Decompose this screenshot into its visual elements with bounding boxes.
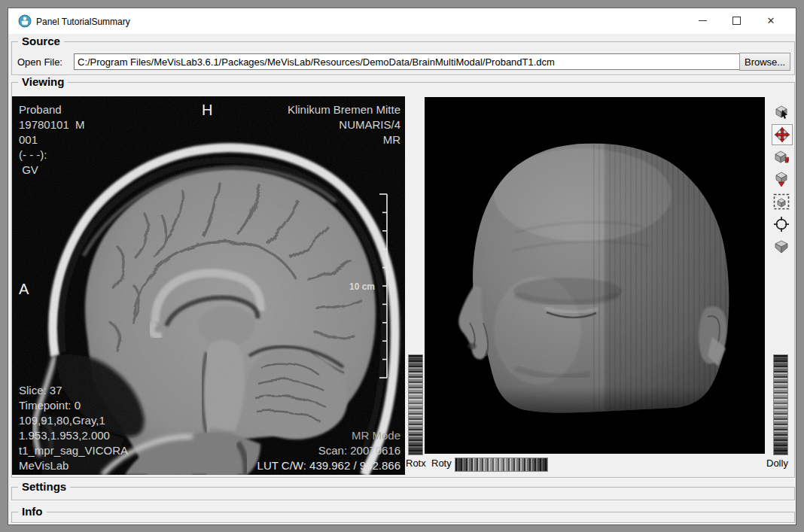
site-info-overlay: Klinikum Bremen MitteNUMARIS/4MR [288,102,400,147]
info-groupbox: Info [11,512,795,523]
seek-icon [773,216,790,233]
rotate-view-icon [774,126,790,143]
minimize-button[interactable] [686,8,720,32]
close-icon: ✕ [767,16,775,26]
head-3d-viewer[interactable] [425,97,765,454]
pick-mode-button[interactable] [772,102,791,121]
home-view-icon [773,149,790,166]
minimize-icon [699,20,707,21]
file-path-input[interactable] [74,53,741,70]
settings-groupbox: Settings [11,487,795,500]
set-home-icon [773,171,790,187]
dolly-label: Dolly [766,458,788,469]
view-all-button[interactable] [772,192,791,211]
roty-label: Roty [431,458,452,469]
open-file-label: Open File: [17,56,62,68]
source-group-title: Source [18,35,64,47]
panel-window: Panel TutorialSummary ✕ Source Open File… [8,8,796,525]
head-3d-render [425,97,765,454]
info-group-title: Info [18,505,47,518]
pick-mode-icon [773,103,790,120]
view-all-icon [773,193,790,210]
maximize-button[interactable] [720,8,754,32]
window-title: Panel TutorialSummary [36,17,130,27]
camera-type-button[interactable] [772,237,791,257]
patient-info-overlay: Proband19780101 M001(- - -): GV [19,102,85,178]
orientation-marker-a: A [19,281,29,298]
titlebar[interactable]: Panel TutorialSummary ✕ [8,8,796,34]
rotate-view-button[interactable] [772,124,793,145]
set-home-button[interactable] [772,169,791,189]
mode-overlay: MR ModeScan: 20070616LUT C/W: 439.962 / … [257,428,400,473]
roty-thumbwheel[interactable] [455,458,548,472]
settings-group-title: Settings [18,480,70,493]
dolly-thumbwheel[interactable] [773,354,788,455]
close-button[interactable]: ✕ [754,8,788,32]
slice-status-overlay: Slice: 37Timepoint: 0109,91,80,Gray,11.9… [19,383,128,473]
scale-ruler [376,193,388,379]
mri-slice-viewer[interactable]: Proband19780101 M001(- - -): GV H Klinik… [12,96,405,475]
browse-button[interactable]: Browse... [739,53,790,71]
maximize-icon [732,17,741,25]
viewing-group-title: Viewing [18,75,68,88]
orientation-marker-h: H [202,102,212,119]
rotx-thumbwheel[interactable] [408,354,423,455]
app-logo-icon [18,14,32,28]
home-view-button[interactable] [772,147,791,167]
rotx-label: Rotx [406,458,426,469]
scale-label: 10 cm [349,281,375,292]
seek-button[interactable] [772,214,791,234]
camera-type-icon [773,239,790,255]
